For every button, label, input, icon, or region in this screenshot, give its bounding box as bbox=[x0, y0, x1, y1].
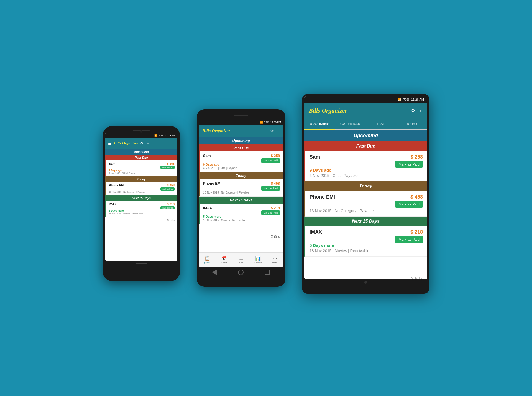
bill-amount-emi-small: $ 458 bbox=[167, 184, 175, 187]
tab-upcoming-tablet[interactable]: UPCOMING bbox=[304, 118, 335, 129]
back-button-med[interactable] bbox=[212, 270, 217, 275]
mark-paid-sam-small[interactable]: Mark as Paid bbox=[160, 166, 175, 169]
bill-days-sam-tablet: 9 Days ago bbox=[310, 168, 423, 172]
mark-paid-emi-med[interactable]: Mark as Paid bbox=[261, 186, 280, 191]
bill-name-sam-tablet: Sam bbox=[310, 154, 320, 160]
section-past-due-med: Past Due bbox=[199, 144, 283, 151]
bill-item-imax-med: IMAX $ 218 Mark as Paid 5 Days more 18 N… bbox=[199, 204, 283, 224]
add-button-tablet[interactable]: ＋ bbox=[418, 107, 423, 114]
bill-amount-sam-tablet: $ 258 bbox=[410, 154, 423, 160]
time-small: 11:29 AM bbox=[165, 134, 175, 137]
mark-paid-emi-small[interactable]: Mark as Paid bbox=[160, 187, 175, 191]
phone-medium: 📶 77% 12:50 PM Bills Organizer ⟳ ＋ Upcom… bbox=[197, 109, 285, 287]
header-icons-med: ⟳ ＋ bbox=[270, 128, 280, 133]
bill-amount-sam-med: $ 258 bbox=[271, 154, 280, 158]
section-today-tablet: Today bbox=[304, 181, 427, 191]
section-today-med: Today bbox=[199, 172, 283, 179]
refresh-button-tablet[interactable]: ⟳ bbox=[411, 108, 416, 114]
bill-days-sam-med: 9 Days ago bbox=[203, 163, 280, 166]
status-bar-small: 📶 70% 11:29 AM bbox=[105, 133, 177, 138]
add-button-small[interactable]: ＋ bbox=[146, 141, 150, 146]
bill-name-imax-tablet: IMAX bbox=[310, 229, 322, 235]
top-bar-med bbox=[199, 111, 283, 120]
content-med: Upcoming Past Due Sam $ 258 Mark as Paid… bbox=[199, 137, 283, 252]
status-bar-tablet: 📶 70% 11:28 AM bbox=[304, 96, 427, 103]
tab-list-med[interactable]: ☰ List bbox=[233, 253, 250, 267]
bill-meta-imax-med: 18 Nov 2015 | Movies | Receivable bbox=[203, 219, 280, 222]
bill-name-emi-med: Phone EMI bbox=[203, 181, 221, 186]
tab-list-label-med: List bbox=[239, 262, 243, 264]
bill-item-emi-small: Phone EMI $ 458 Mark as Paid 13 Nov 2015… bbox=[105, 182, 177, 195]
mark-paid-sam-med[interactable]: Mark as Paid bbox=[261, 158, 280, 163]
bill-name-emi-small: Phone EMI bbox=[109, 184, 124, 187]
refresh-button-med[interactable]: ⟳ bbox=[270, 129, 274, 133]
tab-repo-tablet[interactable]: REPO bbox=[397, 118, 427, 129]
app-header-tablet: Bills Organizer ⟳ ＋ bbox=[304, 103, 427, 118]
wifi-icon-tablet: 📶 bbox=[398, 98, 401, 101]
section-upcoming-tablet: Upcoming bbox=[304, 130, 427, 141]
app-title-med: Bills Organizer bbox=[202, 128, 230, 133]
mark-paid-imax-tablet[interactable]: Mark as Paid bbox=[395, 236, 423, 243]
wifi-icon-small: 📶 bbox=[154, 134, 157, 137]
bill-meta-emi-small: 13 Nov 2015 | No Category | Payable bbox=[109, 191, 175, 193]
tab-upcoming-label-med: Upcomi... bbox=[203, 262, 212, 264]
bill-amount-imax-tablet: $ 218 bbox=[410, 229, 423, 235]
section-next15-small: Next 15 Days bbox=[105, 195, 177, 201]
battery-tablet: 70% bbox=[403, 98, 409, 101]
section-past-due-small: Past Due bbox=[105, 155, 177, 160]
section-today-small: Today bbox=[105, 176, 177, 182]
wifi-icon-med: 📶 bbox=[260, 121, 263, 124]
bill-item-sam-med: Sam $ 258 Mark as Paid 9 Days ago 4 Nov … bbox=[199, 151, 283, 172]
section-upcoming-small: Upcoming bbox=[105, 149, 177, 155]
list-icon-med: ☰ bbox=[239, 256, 243, 261]
app-title-tablet: Bills Organizer bbox=[309, 107, 347, 114]
app-title-small: Bills Organizer bbox=[114, 141, 138, 146]
content-small: Upcoming Past Due Sam $ 258 Mark as Paid… bbox=[105, 149, 177, 261]
bill-amount-emi-med: $ 458 bbox=[271, 181, 280, 186]
mark-paid-sam-tablet[interactable]: Mark as Paid bbox=[395, 161, 423, 168]
add-button-med[interactable]: ＋ bbox=[276, 128, 280, 133]
recents-button-med[interactable] bbox=[265, 270, 270, 275]
speaker-med bbox=[234, 115, 248, 116]
tab-list-tablet[interactable]: LIST bbox=[366, 118, 397, 129]
section-past-due-tablet: Past Due bbox=[304, 141, 427, 151]
tab-reports-med[interactable]: 📊 Reports bbox=[249, 253, 266, 267]
bill-days-imax-small: 5 Days more bbox=[109, 209, 175, 212]
tab-more-med[interactable]: ⋯ More bbox=[266, 253, 283, 267]
bill-meta-sam-small: 4 Nov 2015 | Gifts | Payable bbox=[109, 172, 175, 174]
phone-small: 📶 70% 11:29 AM ☰ Bills Organizer ⟳ ＋ Upc… bbox=[103, 126, 180, 281]
screen-small: 📶 70% 11:29 AM ☰ Bills Organizer ⟳ ＋ Upc… bbox=[105, 133, 177, 261]
bill-item-sam-small: Sam $ 258 Mark as Paid 9 Days ago 4 Nov … bbox=[105, 160, 177, 176]
bill-amount-emi-tablet: $ 458 bbox=[410, 194, 423, 200]
mark-paid-imax-small[interactable]: Mark as Paid bbox=[160, 206, 175, 209]
bill-footer-tablet: 3 Bills bbox=[304, 273, 427, 279]
bill-footer-med: 3 Bills bbox=[199, 233, 283, 240]
reports-icon-med: 📊 bbox=[255, 256, 261, 261]
battery-med: 77% bbox=[264, 121, 269, 124]
more-icon-med: ⋯ bbox=[273, 256, 277, 261]
hamburger-icon[interactable]: ☰ bbox=[108, 141, 112, 146]
tab-upcoming-med[interactable]: 📋 Upcomi... bbox=[199, 253, 216, 267]
tab-calendar-tablet[interactable]: CALENDAR bbox=[335, 118, 366, 129]
bill-meta-imax-tablet: 18 Nov 2015 | Movies | Receivable bbox=[310, 248, 423, 253]
mark-paid-emi-tablet[interactable]: Mark as Paid bbox=[395, 201, 423, 208]
bill-days-imax-tablet: 5 Days more bbox=[310, 243, 423, 248]
app-header-med: Bills Organizer ⟳ ＋ bbox=[199, 125, 283, 137]
tab-reports-label-med: Reports bbox=[254, 262, 262, 264]
home-button-med[interactable] bbox=[238, 270, 244, 275]
header-icons-tablet: ⟳ ＋ bbox=[411, 107, 423, 114]
tab-calendar-med[interactable]: 📅 Calend... bbox=[216, 253, 233, 267]
bill-meta-sam-tablet: 4 Nov 2015 | Gifts | Payable bbox=[310, 173, 423, 178]
bill-item-imax-tablet: IMAX $ 218 Mark as Paid 5 Days more 18 N… bbox=[304, 226, 427, 257]
bill-name-imax-med: IMAX bbox=[203, 206, 212, 210]
bill-days-imax-med: 5 Days more bbox=[203, 215, 280, 218]
time-med: 12:50 PM bbox=[270, 121, 281, 124]
refresh-button-small[interactable]: ⟳ bbox=[140, 141, 144, 146]
bottom-tab-bar-med: 📋 Upcomi... 📅 Calend... ☰ List 📊 Reports… bbox=[199, 252, 283, 267]
mark-paid-imax-med[interactable]: Mark as Paid bbox=[261, 210, 280, 215]
section-next15-med: Next 15 Days bbox=[199, 197, 283, 204]
home-bar-small bbox=[136, 263, 147, 264]
bill-item-emi-tablet: Phone EMI $ 458 Mark as Paid 13 Nov 2015… bbox=[304, 191, 427, 217]
app-header-small: ☰ Bills Organizer ⟳ ＋ bbox=[105, 138, 177, 149]
home-dot-tablet[interactable] bbox=[364, 281, 367, 284]
